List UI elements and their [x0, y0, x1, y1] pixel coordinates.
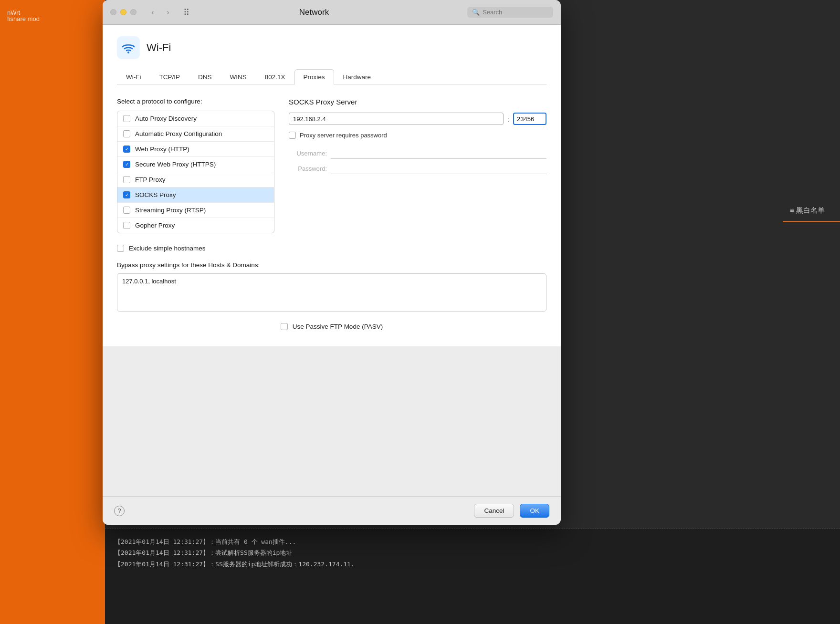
search-input[interactable]: [483, 9, 548, 16]
close-button[interactable]: [110, 9, 116, 15]
app-subtitle: fishare mod: [7, 16, 98, 22]
right-panel-label: ≡ 黑白名单: [790, 206, 825, 215]
bypass-textarea[interactable]: 127.0.0.1, localhost: [117, 273, 546, 312]
username-label: Username:: [289, 150, 327, 157]
server-address-input[interactable]: [289, 113, 504, 125]
ftp-row: Use Passive FTP Mode (PASV): [117, 323, 546, 330]
password-required-label: Proxy server requires password: [300, 132, 387, 139]
checkbox-auto-proxy[interactable]: [123, 115, 130, 122]
tab-wins[interactable]: WINS: [221, 69, 256, 84]
server-row: :: [289, 113, 546, 125]
protocol-item-web-http[interactable]: Web Proxy (HTTP): [117, 142, 274, 157]
socks-section: SOCKS Proxy Server : Proxy server requir…: [289, 98, 546, 233]
bottom-bar: ? Cancel OK: [103, 496, 561, 525]
checkbox-web-https[interactable]: [123, 161, 130, 168]
socks-title: SOCKS Proxy Server: [289, 98, 546, 106]
app-logo: nWrt fishare mod: [0, 0, 105, 31]
tab-hardware[interactable]: Hardware: [334, 69, 380, 84]
help-button[interactable]: ?: [114, 506, 125, 516]
colon-separator: :: [507, 115, 509, 123]
checkbox-ftp[interactable]: [123, 176, 130, 183]
protocol-label-streaming: Streaming Proxy (RTSP): [135, 207, 206, 214]
wifi-icon-container: [117, 36, 140, 59]
log-line-3: 【2021年01月14日 12:31:27】：SS服务器的ip地址解析成功：12…: [115, 559, 830, 570]
protocol-section-title: Select a protocol to configure:: [117, 98, 274, 105]
cancel-button[interactable]: Cancel: [474, 504, 514, 518]
checkbox-ftp-passive[interactable]: [281, 323, 288, 330]
protocol-item-auto-proxy[interactable]: Auto Proxy Discovery: [117, 111, 274, 126]
exclude-row: Exclude simple hostnames: [117, 245, 546, 252]
credentials-section: Username: Password:: [289, 147, 546, 174]
svg-point-0: [127, 52, 129, 53]
protocol-list: Auto Proxy Discovery Automatic Proxy Con…: [117, 111, 274, 233]
wifi-header: Wi-Fi: [117, 36, 546, 59]
bypass-title: Bypass proxy settings for these Hosts & …: [117, 261, 546, 269]
password-input[interactable]: [331, 163, 546, 174]
minimize-button[interactable]: [120, 9, 126, 15]
bottom-actions: Cancel OK: [474, 504, 549, 518]
network-preferences-window: ‹ › ⠿ Network 🔍 Wi-Fi Wi-Fi: [103, 0, 561, 525]
protocol-label-web-http: Web Proxy (HTTP): [135, 146, 189, 153]
right-panel-item[interactable]: ≡ 黑白名单: [783, 200, 840, 222]
protocol-label-socks: SOCKS Proxy: [135, 191, 176, 198]
bypass-section: Bypass proxy settings for these Hosts & …: [117, 261, 546, 313]
checkbox-exclude-hostnames[interactable]: [117, 245, 124, 252]
protocol-label-ftp: FTP Proxy: [135, 176, 166, 183]
password-input-row: Password:: [289, 163, 546, 174]
ftp-passive-label: Use Passive FTP Mode (PASV): [293, 323, 383, 330]
port-input[interactable]: [513, 113, 546, 125]
checkbox-gopher[interactable]: [123, 222, 130, 229]
tab-802-1x[interactable]: 802.1X: [256, 69, 294, 84]
password-label: Password:: [289, 165, 327, 172]
protocol-item-auto-config[interactable]: Automatic Proxy Configuration: [117, 126, 274, 142]
back-button[interactable]: ‹: [146, 6, 159, 19]
traffic-lights: [110, 9, 136, 15]
tab-wifi[interactable]: Wi-Fi: [117, 69, 150, 84]
search-bar[interactable]: 🔍: [467, 7, 553, 18]
exclude-label: Exclude simple hostnames: [129, 245, 206, 252]
protocol-item-gopher[interactable]: Gopher Proxy: [117, 218, 274, 233]
checkbox-auto-config[interactable]: [123, 130, 130, 137]
protocol-item-ftp[interactable]: FTP Proxy: [117, 172, 274, 187]
wifi-label: Wi-Fi: [147, 42, 171, 54]
username-row: Username:: [289, 147, 546, 159]
checkbox-web-http[interactable]: [123, 146, 130, 153]
tabs-container: Wi-Fi TCP/IP DNS WINS 802.1X Proxies Har…: [117, 69, 546, 84]
search-icon: 🔍: [472, 9, 480, 16]
wifi-icon: [121, 40, 136, 55]
ok-button[interactable]: OK: [520, 504, 549, 518]
checkbox-socks[interactable]: [123, 191, 130, 198]
log-line-2: 【2021年01月14日 12:31:27】：尝试解析SS服务器的ip地址: [115, 547, 830, 558]
username-input[interactable]: [331, 147, 546, 159]
protocol-label-auto-proxy: Auto Proxy Discovery: [135, 115, 197, 122]
protocol-label-web-https: Secure Web Proxy (HTTPS): [135, 161, 216, 168]
main-content: Select a protocol to configure: Auto Pro…: [117, 98, 546, 233]
maximize-button[interactable]: [130, 9, 136, 15]
protocol-item-web-https[interactable]: Secure Web Proxy (HTTPS): [117, 157, 274, 172]
protocol-section: Select a protocol to configure: Auto Pro…: [117, 98, 274, 233]
checkbox-streaming[interactable]: [123, 207, 130, 214]
window-title: Network: [167, 8, 462, 17]
window-content: Wi-Fi Wi-Fi TCP/IP DNS WINS 802.1X Proxi…: [103, 25, 561, 346]
protocol-item-socks[interactable]: SOCKS Proxy: [117, 187, 274, 203]
protocol-label-auto-config: Automatic Proxy Configuration: [135, 130, 222, 137]
tab-dns[interactable]: DNS: [189, 69, 221, 84]
tab-tcpip[interactable]: TCP/IP: [150, 69, 189, 84]
password-row: Proxy server requires password: [289, 132, 546, 139]
protocol-item-streaming[interactable]: Streaming Proxy (RTSP): [117, 203, 274, 218]
log-area: 【2021年01月14日 12:31:27】：当前共有 0 个 wan插件...…: [105, 529, 840, 624]
checkbox-requires-password[interactable]: [289, 132, 296, 139]
title-bar: ‹ › ⠿ Network 🔍: [103, 0, 561, 25]
protocol-label-gopher: Gopher Proxy: [135, 222, 175, 229]
log-line-1: 【2021年01月14日 12:31:27】：当前共有 0 个 wan插件...: [115, 536, 830, 547]
background-app-panel: nWrt fishare mod: [0, 0, 105, 624]
tab-proxies[interactable]: Proxies: [294, 69, 334, 84]
